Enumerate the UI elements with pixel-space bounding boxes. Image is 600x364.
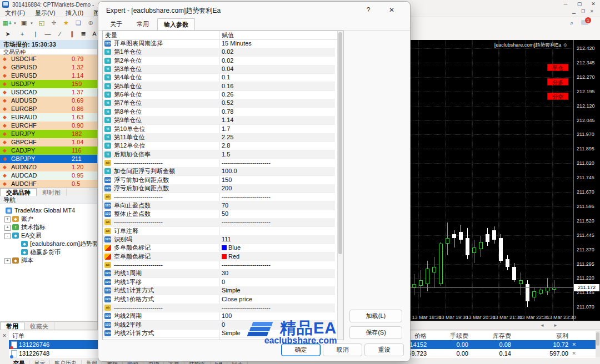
terminal-column-header[interactable]: 库存费 — [493, 331, 511, 340]
param-row[interactable]: 123浮亏前加仓间距点数150 — [103, 176, 335, 185]
tree-expand-icon[interactable]: + — [4, 216, 11, 223]
param-value[interactable]: 150 — [222, 176, 232, 184]
param-value[interactable]: ------------------------ — [222, 193, 271, 201]
param-row[interactable]: 123均线1平移0 — [103, 278, 335, 287]
close-order-icon[interactable]: ✕ — [572, 340, 576, 349]
new-chart-icon[interactable]: ▦+ — [2, 18, 12, 27]
symbol-column-header[interactable]: 交易品种 — [0, 49, 97, 55]
load-button[interactable]: 加载(L) — [349, 310, 402, 322]
dialog-close-button[interactable]: ✕ — [383, 4, 400, 16]
param-value[interactable]: 0.78 — [222, 108, 233, 116]
menu-item-2[interactable]: 插入(I) — [61, 9, 88, 17]
param-row[interactable]: ½第2单仓位0.02 — [103, 57, 335, 65]
vertical-line-tool-icon[interactable]: | — [30, 29, 41, 38]
param-value[interactable]: 100.0 — [222, 167, 237, 175]
nav-item-5[interactable]: ◆稳赢多货币 — [0, 248, 97, 256]
orders-header[interactable]: 订单 — [12, 331, 24, 340]
param-row[interactable]: ½后期加仓倍率1.5 — [103, 150, 335, 159]
param-row[interactable]: ½第11单仓位2.25 — [103, 133, 335, 142]
terminal-close-icon[interactable]: ✕ — [1, 332, 8, 339]
market-watch-tab-1[interactable]: 即时图 — [37, 189, 67, 196]
terminal-tab-2[interactable]: 账户历史 — [50, 360, 82, 364]
param-value[interactable]: 1.14 — [222, 116, 233, 124]
scroll-left-icon[interactable]: ◄ — [536, 322, 548, 329]
market-watch-row[interactable]: ◆USDCHF0.79 — [0, 55, 97, 63]
param-row[interactable]: 123单向止盈点数70 — [103, 201, 335, 210]
param-value[interactable]: 0.16 — [222, 82, 233, 90]
market-watch-tab-0[interactable]: 交易品种 — [0, 188, 37, 196]
param-value[interactable]: ------------------------ — [222, 304, 271, 312]
param-value[interactable]: 111 — [222, 235, 231, 244]
trendline-tool-icon[interactable]: ∕ — [54, 29, 66, 38]
save-button[interactable]: 保存(S) — [349, 326, 402, 339]
navigator-tab-1[interactable]: 收藏夹 — [24, 322, 54, 330]
param-row[interactable]: ½第6单仓位0.26 — [103, 90, 335, 99]
chart-minimize-button[interactable]: ▁ — [572, 9, 576, 14]
close-button[interactable]: ✕ — [587, 0, 600, 8]
param-row[interactable]: 123浮亏后加仓间距点数200 — [103, 184, 335, 193]
param-row[interactable]: ½第10单仓位1.7 — [103, 125, 335, 134]
market-watch-row[interactable]: ◆USDCAD1.37 — [0, 88, 97, 97]
favorites-star-icon[interactable]: ★ — [61, 18, 71, 27]
param-value[interactable]: 2.25 — [222, 133, 233, 141]
terminal-scrollbar[interactable] — [596, 331, 600, 357]
param-value[interactable]: 200 — [222, 184, 232, 193]
param-value[interactable]: 100 — [222, 312, 232, 320]
chat-icon[interactable]: 1 — [581, 19, 590, 26]
nav-item-1[interactable]: +◆账户 — [0, 215, 97, 223]
param-row[interactable]: 123均线1周期30 — [103, 269, 335, 278]
market-watch-row[interactable]: ◆AUDNZD1.20 — [0, 163, 97, 171]
cursor-tool-icon[interactable]: ➤ — [2, 29, 13, 38]
param-row[interactable]: ½第7单仓位0.52 — [103, 99, 335, 108]
chart-panel-button-0[interactable]: 平仓 — [547, 64, 568, 71]
param-value[interactable]: 0.26 — [222, 90, 233, 99]
market-watch-row[interactable]: ◆GBPJPY211 — [0, 155, 97, 163]
param-value[interactable]: 15 Minutes — [222, 39, 252, 48]
param-value[interactable]: Close price — [222, 295, 252, 304]
param-row[interactable]: 空单颜色标记Red — [103, 252, 335, 261]
param-row[interactable]: ½第9单仓位1.14 — [103, 116, 335, 125]
param-value[interactable]: 1.5 — [222, 150, 230, 159]
dialog-tab-0[interactable]: 关于 — [104, 18, 128, 29]
param-value[interactable]: 1.7 — [222, 125, 230, 133]
param-row[interactable]: ab--------------------------------------… — [103, 304, 335, 312]
channel-tool-icon[interactable]: ∥ — [67, 29, 78, 38]
reset-button[interactable]: 重设 — [364, 343, 404, 356]
market-watch-row[interactable]: ◆USDJPY159 — [0, 80, 97, 88]
chart-panel-button-1[interactable]: 分多 — [547, 78, 568, 85]
param-row[interactable]: ½第8单仓位0.78 — [103, 108, 335, 117]
param-value[interactable]: 0.02 — [222, 57, 233, 65]
param-value[interactable]: 30 — [222, 269, 228, 277]
param-value[interactable]: ------------------------ — [222, 218, 271, 226]
chart-close-button[interactable]: ✕ — [590, 9, 594, 14]
navigator-tab-0[interactable]: 常用 — [0, 322, 24, 330]
chart-restore-button[interactable]: ❐ — [581, 9, 585, 14]
param-value[interactable]: 0.1 — [222, 73, 230, 82]
terminal-column-header[interactable]: 手续费 — [450, 331, 468, 340]
market-watch-row[interactable]: ◆EURAUD1.63 — [0, 113, 97, 122]
nav-item-2[interactable]: +f技术指标 — [0, 223, 97, 231]
param-value[interactable]: Blue — [222, 244, 241, 252]
param-row[interactable]: 123均线1价格方式Close price — [103, 295, 335, 304]
new-chart-dropdown-icon[interactable]: ▼ — [13, 22, 17, 25]
minimize-button[interactable]: ─ — [559, 0, 572, 8]
dialog-tab-1[interactable]: 常用 — [131, 18, 155, 29]
window-layout-icon[interactable]: ❏ — [73, 18, 83, 27]
menu-item-1[interactable]: 显示(V) — [30, 9, 61, 17]
tree-expand-icon[interactable]: + — [4, 258, 11, 264]
chart-panel-button-2[interactable]: 分空 — [547, 93, 568, 100]
param-row[interactable]: ab订单注释 — [103, 227, 335, 236]
dialog-help-button[interactable]: ? — [360, 4, 377, 16]
profiles-dropdown-icon[interactable]: ▼ — [30, 22, 33, 25]
market-watch-row[interactable]: ◆AUDCAD0.95 — [0, 171, 97, 180]
param-value[interactable]: 0.04 — [222, 65, 233, 73]
param-row[interactable]: 123整体止盈点数50 — [103, 210, 335, 219]
market-watch-row[interactable]: ◆CADJPY116 — [0, 146, 97, 155]
market-watch-row[interactable]: ◆EURJPY182 — [0, 130, 97, 138]
scroll-right-icon[interactable]: ► — [549, 322, 562, 329]
param-value[interactable]: 0.02 — [222, 48, 233, 56]
param-row[interactable]: ½第5单仓位0.16 — [103, 82, 335, 91]
nav-item-0[interactable]: ▦TradeMax Global MT4 — [0, 206, 97, 215]
param-value[interactable]: Simple — [222, 329, 241, 337]
param-row[interactable]: 123均线1计算方式Simple — [103, 286, 335, 295]
